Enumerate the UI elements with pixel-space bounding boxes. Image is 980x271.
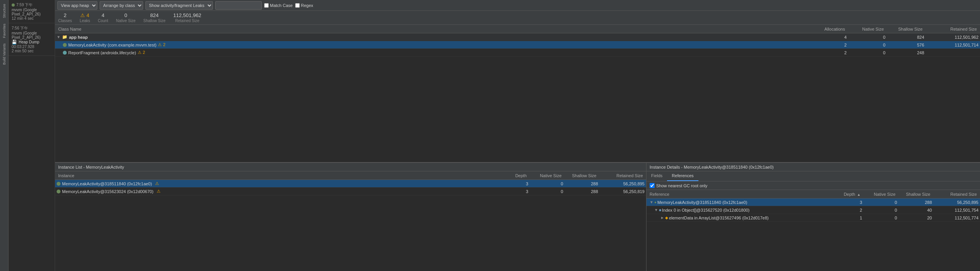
ith-instance: Instance [57, 173, 505, 178]
class-name-cell-mla: MemoryLeakActivity (com.example.mvvm.tes… [55, 42, 809, 47]
rth-shallow: Shallow Size [897, 192, 932, 197]
session-device-2: mvvm (Google Pixel_2_API_26) [12, 31, 52, 40]
match-case-checkbox[interactable] [264, 3, 269, 8]
instance-name-2: MemoryLeakActivity@315623024 (0x12d00670… [55, 189, 506, 194]
match-case-label: Match Case [264, 3, 293, 8]
th-shallow-size: Shallow Size [885, 27, 924, 31]
class-name-cell-rf: ReportFragment (androidx.lifecycle) ⚠ 2 [55, 50, 809, 55]
retained-size-value: 112,501,962 [173, 12, 201, 19]
session-time-1: 7:59 下午 [16, 2, 33, 8]
bottom-split: Instance List - MemoryLeakActivity Insta… [55, 162, 980, 271]
instance-row-2[interactable]: MemoryLeakActivity@315623024 (0x12d00670… [55, 188, 646, 195]
ref-row-2[interactable]: ▼ ■ Index 0 in Object[]@315627520 (0x12d… [646, 206, 980, 214]
sidebar-item-build-variants[interactable]: Build Variants [2, 41, 7, 67]
instance-native-2: 0 [530, 189, 565, 194]
sidebar-item-favorites[interactable]: Favorites [2, 21, 7, 40]
regex-label: Regex [295, 3, 313, 8]
session-time-2: 7:56 下午 [12, 26, 28, 31]
session-entry-2[interactable]: 7:56 下午 mvvm (Google Pixel_2_API_26) 💾 H… [9, 23, 55, 56]
session-elapsed-1: 12 min 4 sec [12, 16, 52, 21]
instance-depth-2: 3 [506, 189, 530, 194]
expand-ref-2[interactable]: ▼ [654, 208, 658, 212]
leaks-value: ⚠ 4 [80, 12, 89, 19]
ref-row-3[interactable]: ► ◆ elementData in ArrayList@315627496 (… [646, 214, 980, 222]
class-row-app-heap[interactable]: ▼ 📁 app heap 4 0 824 112,501,962 [55, 33, 980, 41]
heap-dump-icon: 💾 [12, 40, 17, 45]
detail-panel-title: Instance Details - MemoryLeakActivity@31… [646, 163, 980, 171]
session-sidebar: 7:59 下午 mvvm (Google Pixel_2_API_26) 12 … [9, 0, 55, 271]
tab-fields[interactable]: Fields [646, 171, 667, 181]
tab-bar: Fields References [646, 171, 980, 181]
stat-shallow-size: 824 Shallow Size [143, 12, 166, 23]
expand-ref-3[interactable]: ► [660, 216, 664, 220]
th-class-name: Class Name [57, 27, 808, 31]
instance-native-1: 0 [530, 181, 565, 186]
main-area: View app heap Arrange by class Show acti… [55, 0, 980, 271]
side-icon-panel: Structure Favorites Build Variants [0, 0, 9, 271]
content-split: Class Name Allocations Native Size Shall… [55, 25, 980, 271]
ref-table-header: Reference Depth ▲ Native Size Shallow Si… [646, 190, 980, 199]
search-input[interactable] [215, 1, 262, 10]
ref-shallow-1: 288 [899, 200, 933, 205]
ref-shallow-2: 40 [899, 208, 933, 212]
ith-shallow: Shallow Size [563, 173, 598, 178]
ref-depth-3: 1 [837, 216, 864, 220]
th-retained-size: Retained Size [924, 27, 978, 31]
expand-arrow-appheap[interactable]: ▼ [57, 35, 60, 39]
regex-checkbox[interactable] [295, 3, 300, 8]
class-row-reportfragment[interactable]: ReportFragment (androidx.lifecycle) ⚠ 2 … [55, 49, 980, 57]
count-label: Count [98, 19, 108, 23]
rth-retained: Retained Size [932, 192, 978, 197]
ith-native: Native Size [528, 173, 563, 178]
session-entry-1[interactable]: 7:59 下午 mvvm (Google Pixel_2_API_26) 12 … [9, 0, 55, 23]
ref-native-2: 0 [864, 208, 899, 212]
folder-icon: 📁 [62, 35, 67, 40]
arrange-class-select[interactable]: Arrange by class [100, 1, 143, 10]
ref-body: ▼ ● MemoryLeakActivity@318511840 (0x12fc… [646, 199, 980, 271]
ref-depth-1: 3 [837, 200, 864, 205]
gc-root-checkbox[interactable] [650, 183, 655, 188]
heap-dump-time: 00:03:27.928 [12, 45, 52, 49]
stat-count: 4 Count [98, 12, 108, 23]
retained-mla: 112,501,714 [926, 43, 980, 47]
rth-native: Native Size [862, 192, 897, 197]
heap-dump-label: 💾 Heap Dump [12, 40, 52, 45]
instance-depth-1: 3 [506, 181, 530, 186]
ref-name-3: ► ◆ elementData in ArrayList@315627496 (… [648, 216, 837, 220]
instance-panel: Instance List - MemoryLeakActivity Insta… [55, 163, 646, 271]
tab-references[interactable]: References [667, 171, 698, 181]
gc-root-label: Show nearest GC root only [656, 183, 707, 188]
ref-shallow-3: 20 [899, 216, 933, 220]
instance-shallow-1: 288 [565, 181, 600, 186]
class-table-header: Class Name Allocations Native Size Shall… [55, 25, 980, 33]
gc-root-row: Show nearest GC root only [646, 181, 980, 190]
class-table-body: ▼ 📁 app heap 4 0 824 112,501,962 MemoryL… [55, 33, 980, 162]
native-mla: 0 [848, 43, 887, 47]
expand-ref-1[interactable]: ▼ [650, 200, 653, 204]
shallow-rf: 248 [887, 50, 926, 55]
class-row-memoryleakactivity[interactable]: MemoryLeakActivity (com.example.mvvm.tes… [55, 41, 980, 49]
show-leaks-select[interactable]: Show activity/fragment Leaks [145, 1, 213, 10]
native-size-label: Native Size [116, 19, 136, 23]
ref-row-1[interactable]: ▼ ● MemoryLeakActivity@318511840 (0x12fc… [646, 199, 980, 206]
session-device-1: mvvm (Google Pixel_2_API_26) [12, 8, 52, 16]
instance-warn-2: ⚠ [157, 189, 161, 194]
ref-retained-1: 56,250,895 [933, 200, 980, 205]
instance-retained-1: 56,250,895 [600, 181, 646, 186]
sidebar-item-structure[interactable]: Structure [2, 2, 7, 21]
rth-reference: Reference [648, 192, 835, 197]
instance-icon-1 [57, 182, 60, 186]
shallow-size-label: Shallow Size [143, 19, 166, 23]
rth-depth: Depth ▲ [835, 192, 862, 197]
retained-appheap: 112,501,962 [926, 35, 980, 40]
instance-row-1[interactable]: MemoryLeakActivity@318511840 (0x12fc1ae0… [55, 180, 646, 188]
classes-value: 2 [64, 12, 66, 19]
status-dot-green [12, 3, 15, 7]
stat-leaks: ⚠ 4 Leaks [80, 12, 90, 23]
instance-warn-1: ⚠ [155, 181, 159, 186]
view-heap-select[interactable]: View app heap [57, 1, 97, 10]
shallow-mla: 576 [887, 43, 926, 47]
detail-panel: Instance Details - MemoryLeakActivity@31… [646, 163, 980, 271]
ref-retained-3: 112,501,774 [933, 216, 980, 220]
ref-native-3: 0 [864, 216, 899, 220]
